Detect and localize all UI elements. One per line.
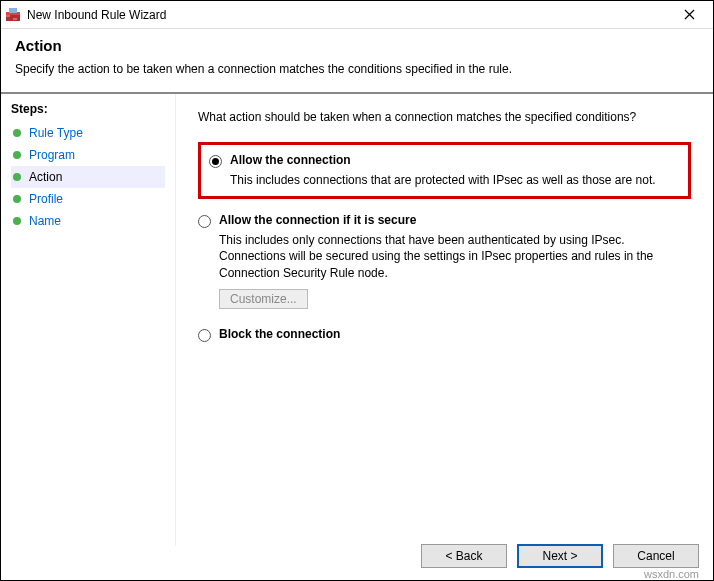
- next-button[interactable]: Next >: [517, 544, 603, 568]
- option-allow-desc: This includes connections that are prote…: [230, 172, 676, 188]
- svg-rect-2: [9, 8, 17, 13]
- radio-allow[interactable]: [209, 155, 222, 168]
- bullet-icon: [13, 129, 21, 137]
- step-item-program[interactable]: Program: [11, 144, 165, 166]
- step-item-name[interactable]: Name: [11, 210, 165, 232]
- close-button[interactable]: [669, 2, 709, 28]
- svg-rect-3: [6, 15, 10, 17]
- page-description: Specify the action to be taken when a co…: [15, 62, 699, 76]
- step-label: Program: [29, 148, 75, 162]
- content: What action should be taken when a conne…: [176, 94, 713, 546]
- option-allow-label: Allow the connection: [230, 153, 351, 167]
- step-item-action[interactable]: Action: [11, 166, 165, 188]
- step-label: Profile: [29, 192, 63, 206]
- window-title: New Inbound Rule Wizard: [27, 8, 669, 22]
- back-button[interactable]: < Back: [421, 544, 507, 568]
- step-label: Name: [29, 214, 61, 228]
- steps-label: Steps:: [11, 102, 165, 116]
- svg-rect-4: [13, 18, 17, 20]
- body: Steps: Rule TypeProgramActionProfileName…: [1, 94, 713, 546]
- step-item-profile[interactable]: Profile: [11, 188, 165, 210]
- question-text: What action should be taken when a conne…: [198, 110, 691, 124]
- option-secure-desc: This includes only connections that have…: [219, 232, 687, 281]
- steps-sidebar: Steps: Rule TypeProgramActionProfileName: [1, 94, 176, 546]
- cancel-button[interactable]: Cancel: [613, 544, 699, 568]
- customize-button: Customize...: [219, 289, 308, 309]
- highlight-box: Allow the connection This includes conne…: [198, 142, 691, 199]
- step-item-rule-type[interactable]: Rule Type: [11, 122, 165, 144]
- wizard-window: New Inbound Rule Wizard Action Specify t…: [0, 0, 714, 581]
- bullet-icon: [13, 173, 21, 181]
- bullet-icon: [13, 217, 21, 225]
- header: Action Specify the action to be taken wh…: [1, 29, 713, 86]
- page-title: Action: [15, 37, 699, 54]
- footer: < Back Next > Cancel: [421, 544, 699, 568]
- step-label: Action: [29, 170, 62, 184]
- radio-secure[interactable]: [198, 215, 211, 228]
- option-secure-label: Allow the connection if it is secure: [219, 213, 416, 227]
- step-label: Rule Type: [29, 126, 83, 140]
- bullet-icon: [13, 195, 21, 203]
- bullet-icon: [13, 151, 21, 159]
- titlebar: New Inbound Rule Wizard: [1, 1, 713, 29]
- option-block-label: Block the connection: [219, 327, 340, 341]
- radio-block[interactable]: [198, 329, 211, 342]
- watermark: wsxdn.com: [644, 568, 699, 580]
- firewall-icon: [5, 7, 21, 23]
